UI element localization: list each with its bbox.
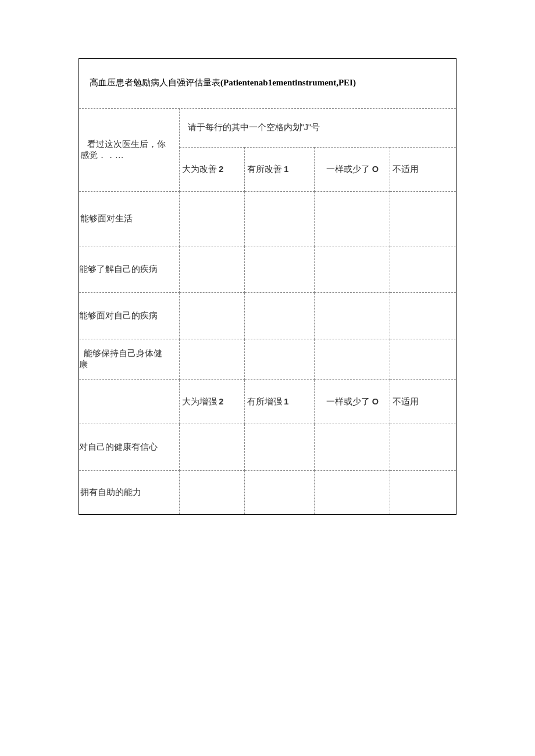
left-header-line1: 看过这次医生后，你 [87, 139, 166, 149]
item2-label: 能够了解自己的疾病 [79, 246, 179, 292]
item-row-1: 能够面对生活 [79, 191, 456, 246]
item6-label: 拥有自助的能力 [79, 470, 179, 514]
scale1-col4: 一样或少了 O [314, 147, 390, 191]
assessment-form: 高血压患者勉励病人自强评估量表(Patientenab1ementinstrum… [79, 58, 456, 515]
item2-opt4[interactable] [390, 246, 456, 292]
instruction-row: 看过这次医生后，你 感觉．．… 请于每行的其中一个空格内划"J"号 [79, 109, 456, 147]
item-row-6: 拥有自助的能力 [79, 470, 456, 514]
item5-opt1[interactable] [179, 424, 244, 470]
form-body: 看过这次医生后，你 感觉．．… 请于每行的其中一个空格内划"J"号 大为改善 2… [79, 109, 456, 515]
scale1-col5: 不适用 [390, 147, 456, 191]
instruction-cell: 请于每行的其中一个空格内划"J"号 [179, 109, 456, 147]
item4-label: 能够保持自己身体健 康 [79, 339, 179, 379]
instruction-quote: "J" [301, 123, 312, 132]
item1-label: 能够面对生活 [79, 191, 179, 246]
instruction-suffix: 号 [311, 123, 320, 132]
item2-opt1[interactable] [179, 246, 244, 292]
item5-opt4[interactable] [390, 424, 456, 470]
item6-opt4[interactable] [390, 470, 456, 514]
form-grid: 看过这次医生后，你 感觉．．… 请于每行的其中一个空格内划"J"号 大为改善 2… [79, 109, 456, 514]
item3-opt4[interactable] [390, 292, 456, 339]
scale2-col3: 有所增强 1 [244, 379, 314, 424]
item1-opt2[interactable] [244, 191, 314, 246]
instruction-prefix: 请于每行的其中一个空格内划 [188, 123, 301, 132]
form-title-main: 高血压患者勉励病人自强评估量表 [90, 78, 220, 87]
item1-opt1[interactable] [179, 191, 244, 246]
form-title-cell: 高血压患者勉励病人自强评估量表(Patientenab1ementinstrum… [79, 59, 456, 109]
left-header-cell: 看过这次医生后，你 感觉．．… [79, 109, 179, 191]
scale2-blank [79, 379, 179, 424]
item2-opt2[interactable] [244, 246, 314, 292]
item-row-5: 对自己的健康有信心 [79, 424, 456, 470]
scale2-col4: 一样或少了 O [314, 379, 390, 424]
item1-opt3[interactable] [314, 191, 390, 246]
item-row-2: 能够了解自己的疾病 [79, 246, 456, 292]
item5-opt2[interactable] [244, 424, 314, 470]
scale1-col3: 有所改善 1 [244, 147, 314, 191]
item4-opt2[interactable] [244, 339, 314, 379]
item4-opt4[interactable] [390, 339, 456, 379]
item6-opt2[interactable] [244, 470, 314, 514]
item6-opt1[interactable] [179, 470, 244, 514]
scale1-col2: 大为改善 2 [179, 147, 244, 191]
item3-label: 能够面对自己的疾病 [79, 292, 179, 339]
scale2-col5: 不适用 [390, 379, 456, 424]
form-title-paren: (Patientenab1ementinstrument,PEI) [220, 78, 356, 87]
item4-opt1[interactable] [179, 339, 244, 379]
left-header-line2: 感觉．．… [80, 150, 124, 161]
item-row-3: 能够面对自己的疾病 [79, 292, 456, 339]
item1-opt4[interactable] [390, 191, 456, 246]
item3-opt1[interactable] [179, 292, 244, 339]
item5-label: 对自己的健康有信心 [79, 424, 179, 470]
item3-opt3[interactable] [314, 292, 390, 339]
item6-opt3[interactable] [314, 470, 390, 514]
scale-row-2: 大为增强 2 有所增强 1 一样或少了 O 不适用 [79, 379, 456, 424]
item5-opt3[interactable] [314, 424, 390, 470]
item4-opt3[interactable] [314, 339, 390, 379]
item2-opt3[interactable] [314, 246, 390, 292]
scale2-col2: 大为增强 2 [179, 379, 244, 424]
item3-opt2[interactable] [244, 292, 314, 339]
item-row-4: 能够保持自己身体健 康 [79, 339, 456, 379]
